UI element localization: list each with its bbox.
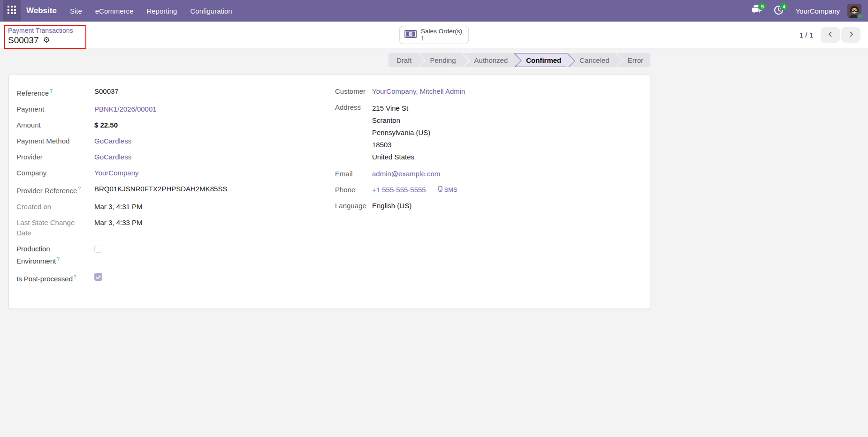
field-label: Language bbox=[335, 201, 372, 211]
annotation-highlight: Payment Transactions S00037 ⚙ bbox=[4, 25, 86, 49]
help-marker: ? bbox=[78, 186, 81, 191]
address-line: Pennsylvania (US) bbox=[372, 127, 430, 139]
field-label: Payment bbox=[16, 104, 94, 114]
check-icon bbox=[96, 272, 101, 282]
field-link-company[interactable]: YourCompany bbox=[94, 168, 139, 178]
field-link-payment[interactable]: PBNK1/2026/00001 bbox=[94, 104, 157, 114]
field-link-customer[interactable]: YourCompany, Mitchell Admin bbox=[372, 86, 465, 97]
field-value-reference: S00037 bbox=[94, 86, 119, 98]
is-post-processed-checkbox[interactable] bbox=[94, 273, 102, 281]
activities-button[interactable]: 4 bbox=[770, 0, 787, 22]
breadcrumb-parent-link[interactable]: Payment Transactions bbox=[8, 27, 73, 35]
field-row-language: Language English (US) bbox=[335, 201, 642, 211]
field-link-provider[interactable]: GoCardless bbox=[94, 152, 131, 162]
record-pager: 1 / 1 bbox=[799, 27, 860, 43]
statusbar: Draft Pending Authorized Confirmed Cance… bbox=[388, 53, 650, 67]
sales-orders-stat-button[interactable]: 0 Sales Order(s) 1 bbox=[399, 26, 469, 44]
help-marker: ? bbox=[57, 256, 60, 262]
field-label: Customer bbox=[335, 86, 372, 97]
money-bill-icon: 0 bbox=[404, 30, 417, 40]
field-label: Address bbox=[335, 102, 372, 163]
address-line: 215 Vine St bbox=[372, 102, 430, 114]
field-label: Amount bbox=[16, 120, 94, 130]
field-row-provider: Provider GoCardless bbox=[16, 152, 329, 162]
address-line: Scranton bbox=[372, 114, 430, 127]
messages-badge: 9 bbox=[758, 2, 766, 10]
field-row-company: Company YourCompany bbox=[16, 168, 329, 178]
field-label: Company bbox=[16, 168, 94, 178]
online-status-dot bbox=[857, 14, 863, 19]
production-environment-checkbox[interactable] bbox=[94, 245, 102, 253]
activities-badge: 4 bbox=[780, 2, 788, 10]
field-label: Phone bbox=[335, 185, 372, 195]
field-row-phone: Phone +1 555-555-5555 SMS bbox=[335, 185, 642, 195]
top-navbar: Website Site eCommerce Reporting Configu… bbox=[0, 0, 868, 22]
field-row-payment-method: Payment Method GoCardless bbox=[16, 136, 329, 146]
field-row-customer: Customer YourCompany, Mitchell Admin bbox=[335, 86, 642, 97]
field-value-language: English (US) bbox=[372, 201, 411, 211]
stat-button-label: Sales Order(s) bbox=[421, 28, 462, 35]
field-value-created-on: Mar 3, 4:31 PM bbox=[94, 202, 143, 212]
mobile-phone-icon bbox=[438, 185, 442, 195]
user-avatar[interactable] bbox=[847, 4, 861, 18]
field-label: Is Post-processed bbox=[16, 275, 73, 283]
svg-text:0: 0 bbox=[410, 32, 411, 36]
send-sms-button[interactable]: SMS bbox=[438, 185, 457, 195]
field-row-provider-reference: Provider Reference? BRQ01KJSNR0FTX2PHPSD… bbox=[16, 184, 329, 196]
pager-next-button[interactable] bbox=[841, 27, 860, 43]
field-value-last-state-change: Mar 3, 4:33 PM bbox=[94, 218, 143, 238]
field-label: Last State Change Date bbox=[16, 218, 94, 238]
field-row-email: Email admin@example.com bbox=[335, 169, 642, 179]
field-label: Provider Reference bbox=[16, 187, 77, 195]
field-row-amount: Amount $ 22.50 bbox=[16, 120, 329, 130]
menu-configuration[interactable]: Configuration bbox=[183, 0, 238, 22]
field-value-amount: $ 22.50 bbox=[94, 120, 118, 130]
field-label: Payment Method bbox=[16, 136, 94, 146]
send-sms-label: SMS bbox=[444, 185, 457, 195]
menu-ecommerce[interactable]: eCommerce bbox=[89, 0, 140, 22]
status-step-draft[interactable]: Draft bbox=[388, 53, 419, 67]
field-label: Created on bbox=[16, 202, 94, 212]
field-label: Reference bbox=[16, 89, 49, 97]
menu-reporting[interactable]: Reporting bbox=[140, 0, 183, 22]
field-link-phone[interactable]: +1 555-555-5555 bbox=[372, 185, 426, 195]
field-row-payment: Payment PBNK1/2026/00001 bbox=[16, 104, 329, 114]
breadcrumb: S00037 ⚙ bbox=[8, 35, 73, 45]
field-value-address: 215 Vine St Scranton Pennsylvania (US) 1… bbox=[372, 102, 430, 163]
chevron-left-icon bbox=[827, 30, 834, 39]
chevron-right-icon bbox=[848, 30, 854, 39]
pager-value: 1 / 1 bbox=[799, 31, 813, 39]
field-link-payment-method[interactable]: GoCardless bbox=[94, 136, 131, 146]
status-step-authorized[interactable]: Authorized bbox=[463, 53, 515, 67]
control-panel: Payment Transactions S00037 ⚙ 0 Sales Or… bbox=[0, 22, 868, 48]
field-label: Production Environment bbox=[16, 245, 56, 265]
field-link-email[interactable]: admin@example.com bbox=[372, 169, 440, 179]
field-row-last-state-change: Last State Change Date Mar 3, 4:33 PM bbox=[16, 218, 329, 238]
gear-icon[interactable]: ⚙ bbox=[43, 36, 50, 45]
field-row-production-environment: Production Environment? bbox=[16, 244, 329, 266]
address-line: 18503 bbox=[372, 139, 430, 151]
form-view: Draft Pending Authorized Confirmed Cance… bbox=[0, 48, 868, 437]
pager-previous-button[interactable] bbox=[821, 27, 840, 43]
menu-site[interactable]: Site bbox=[63, 0, 89, 22]
page-title: S00037 bbox=[8, 35, 39, 45]
field-row-is-post-processed: Is Post-processed? bbox=[16, 272, 329, 284]
field-value-provider-reference: BRQ01KJSNR0FTX2PHPSDAH2MK85SS bbox=[94, 184, 227, 196]
app-brand[interactable]: Website bbox=[26, 6, 57, 15]
address-line: United States bbox=[372, 151, 430, 163]
status-step-confirmed[interactable]: Confirmed bbox=[515, 53, 568, 67]
apps-menu-button[interactable] bbox=[3, 0, 21, 22]
messages-button[interactable]: 9 bbox=[748, 0, 765, 22]
field-row-reference: Reference? S00037 bbox=[16, 86, 329, 98]
field-row-address: Address 215 Vine St Scranton Pennsylvani… bbox=[335, 102, 642, 163]
form-sheet: Reference? S00037 Payment PBNK1/2026/000… bbox=[8, 75, 650, 309]
help-marker: ? bbox=[50, 89, 53, 94]
status-step-pending[interactable]: Pending bbox=[419, 53, 463, 67]
status-step-canceled[interactable]: Canceled bbox=[568, 53, 616, 67]
field-label: Provider bbox=[16, 152, 94, 162]
stat-button-count: 1 bbox=[421, 35, 462, 42]
apps-grid-icon bbox=[8, 6, 16, 16]
field-label: Email bbox=[335, 169, 372, 179]
field-row-created-on: Created on Mar 3, 4:31 PM bbox=[16, 202, 329, 212]
user-company-name[interactable]: YourCompany bbox=[795, 7, 840, 15]
